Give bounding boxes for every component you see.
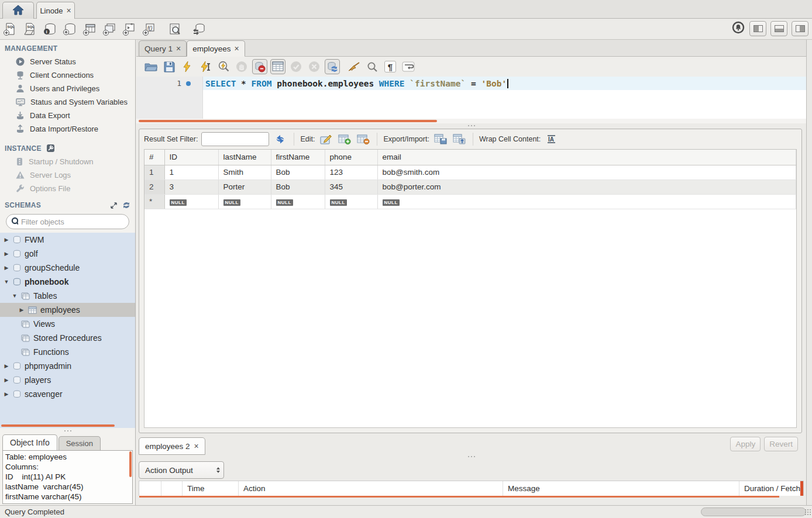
toggle-autocommit-button[interactable] <box>325 59 340 74</box>
cell[interactable]: Bob <box>271 165 325 179</box>
execute-current-statement-icon[interactable] <box>198 59 213 74</box>
editor-horizontal-scrollbar[interactable] <box>139 120 437 122</box>
object-info-scrollbar[interactable] <box>129 451 132 477</box>
save-icon[interactable] <box>161 59 177 74</box>
refresh-results-icon[interactable] <box>273 132 288 146</box>
cell[interactable]: bob@smith.com <box>377 165 796 179</box>
open-file-icon[interactable] <box>143 59 159 74</box>
create-view-icon[interactable] <box>99 20 119 38</box>
cell[interactable]: NULL <box>164 194 218 209</box>
import-recordset-icon[interactable] <box>452 132 467 146</box>
cell[interactable]: NULL <box>377 194 796 209</box>
create-function-icon[interactable]: f() <box>139 20 159 38</box>
search-data-icon[interactable] <box>165 20 185 38</box>
collapsed-right-panel[interactable] <box>806 40 812 505</box>
export-recordset-icon[interactable] <box>433 132 448 146</box>
rollback-icon[interactable] <box>307 59 322 74</box>
create-schema-icon[interactable] <box>60 20 80 38</box>
resize-grip-icon[interactable] <box>804 509 811 516</box>
reconnect-db-icon[interactable] <box>188 20 208 38</box>
sidebar-item-client-connections[interactable]: Client Connections <box>0 68 135 82</box>
cell[interactable]: bob@porter.com <box>377 179 796 194</box>
chevron-right-icon[interactable]: ▶ <box>4 251 9 257</box>
schema-row-scavenger[interactable]: ▶ scavenger <box>0 387 135 401</box>
toggle-left-panel-button[interactable] <box>749 21 766 36</box>
tree-row-stored-procedures[interactable]: Stored Procedures <box>0 331 135 345</box>
chevron-down-icon[interactable]: ▼ <box>4 279 9 285</box>
new-query-icon[interactable]: SQL <box>0 20 20 38</box>
wrap-cell-content-icon[interactable]: IA <box>544 132 559 146</box>
chevron-down-icon[interactable]: ▼ <box>12 293 18 299</box>
tab-query-1[interactable]: Query 1 × <box>139 40 187 57</box>
close-icon[interactable]: × <box>235 44 239 53</box>
output-horizontal-scrollbar[interactable] <box>139 496 779 498</box>
column-header-phone[interactable]: phone <box>325 150 377 165</box>
editor-result-splitter[interactable] <box>136 123 806 129</box>
find-icon[interactable] <box>364 59 380 74</box>
column-header-id[interactable]: ID <box>164 150 218 165</box>
bottom-scrollbar-thumb[interactable] <box>701 507 806 516</box>
expand-schemas-icon[interactable] <box>110 202 118 209</box>
chevron-right-icon[interactable]: ▶ <box>4 265 9 271</box>
connection-tab[interactable]: Linode × <box>36 2 75 19</box>
result-row[interactable]: 1 1 Smith Bob 123 bob@smith.com <box>144 165 796 179</box>
output-vertical-scrollbar[interactable] <box>800 481 803 496</box>
schema-row-golf[interactable]: ▶ golf <box>0 247 135 261</box>
result-grid[interactable]: # ID lastName firstName phone email 1 1 … <box>144 149 797 428</box>
execute-query-icon[interactable] <box>180 59 195 74</box>
tab-object-info[interactable]: Object Info <box>2 434 57 450</box>
sidebar-splitter[interactable] <box>0 428 135 434</box>
create-table-icon[interactable] <box>80 20 99 38</box>
new-row-placeholder[interactable]: * NULL NULL NULL NULL NULL <box>144 194 796 209</box>
output-col-action[interactable]: Action <box>239 481 503 496</box>
insert-row-icon[interactable] <box>337 132 352 146</box>
sidebar-item-data-export[interactable]: Data Export <box>0 109 135 122</box>
column-header-lastname[interactable]: lastName <box>218 150 271 165</box>
home-tab[interactable] <box>2 2 34 19</box>
sidebar-item-status-system-variables[interactable]: Status and System Variables <box>0 95 135 109</box>
explain-plan-icon[interactable] <box>216 59 231 74</box>
result-filter-input[interactable] <box>201 132 269 146</box>
output-col-blank2[interactable] <box>161 481 183 496</box>
schema-row-players[interactable]: ▶ players <box>0 373 135 387</box>
commit-icon[interactable] <box>288 59 304 74</box>
editor-code-area[interactable]: SELECT * FROM phonebook.employees WHERE … <box>203 77 806 119</box>
output-col-duration[interactable]: Duration / Fetch <box>739 481 803 496</box>
tree-row-views[interactable]: Views <box>0 317 135 331</box>
sql-editor[interactable]: 1 SELECT * FROM phonebook.employees WHER… <box>136 77 806 119</box>
cell[interactable]: Porter <box>218 179 271 194</box>
notifications-icon[interactable] <box>731 20 745 36</box>
tree-horizontal-scrollbar[interactable] <box>1 424 115 427</box>
close-icon[interactable]: × <box>66 6 71 15</box>
cell[interactable]: Smith <box>218 165 271 179</box>
open-script-icon[interactable]: SQL <box>20 20 40 38</box>
toggle-word-wrap-icon[interactable] <box>401 59 416 74</box>
cell[interactable]: 3 <box>164 179 218 194</box>
sidebar-item-server-logs[interactable]: Server Logs <box>0 168 135 182</box>
tree-row-functions[interactable]: Functions <box>0 345 135 359</box>
revert-button[interactable]: Revert <box>764 437 798 451</box>
column-header-firstname[interactable]: firstName <box>271 150 325 165</box>
tree-row-tables[interactable]: ▼ Tables <box>0 289 135 303</box>
cell[interactable]: NULL <box>271 194 325 209</box>
sidebar-item-users-privileges[interactable]: Users and Privileges <box>0 82 135 95</box>
sidebar-item-data-import[interactable]: Data Import/Restore <box>0 122 135 136</box>
output-col-message[interactable]: Message <box>503 481 739 496</box>
toggle-right-panel-button[interactable] <box>792 21 808 36</box>
apply-button[interactable]: Apply <box>730 437 761 451</box>
sidebar-item-options-file[interactable]: Options File <box>0 182 135 195</box>
schema-row-phonebook[interactable]: ▼ phonebook <box>0 275 135 289</box>
stop-query-icon[interactable] <box>234 59 249 74</box>
refresh-schemas-icon[interactable] <box>122 201 130 209</box>
schema-row-fwm[interactable]: ▶ FWM <box>0 233 135 247</box>
edit-record-icon[interactable] <box>318 132 333 146</box>
result-output-splitter[interactable] <box>136 454 806 460</box>
cell[interactable]: 345 <box>325 179 377 194</box>
schema-row-groupschedule[interactable]: ▶ groupSchedule <box>0 261 135 275</box>
show-invisible-characters-icon[interactable]: ¶ <box>383 59 398 74</box>
tree-row-employees[interactable]: ▶ employees <box>0 303 135 317</box>
result-row[interactable]: 2 3 Porter Bob 345 bob@porter.com <box>144 179 796 194</box>
beautify-script-icon[interactable] <box>346 59 362 74</box>
output-col-time[interactable]: Time <box>183 481 239 496</box>
cell[interactable]: Bob <box>271 179 325 194</box>
